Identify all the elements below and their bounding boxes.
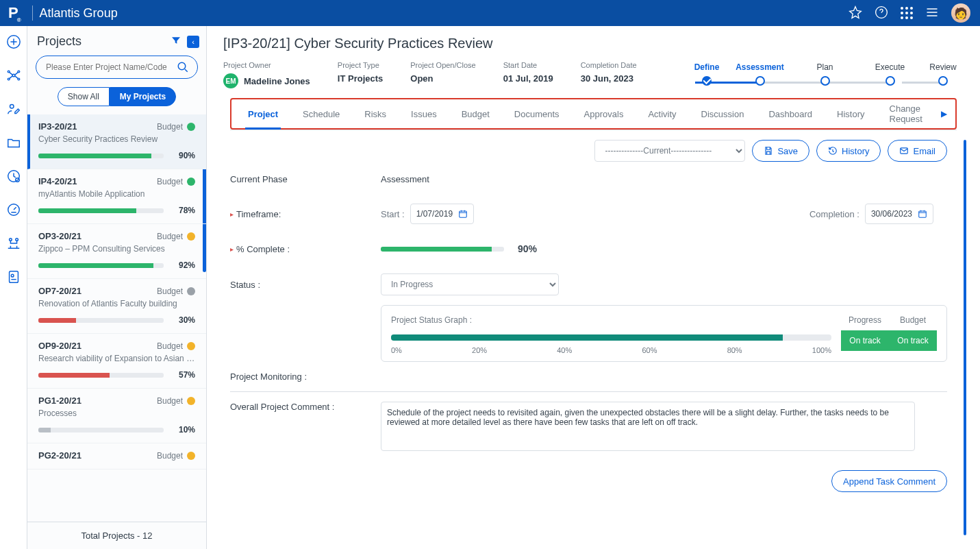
project-list-item[interactable]: OP7-20/21Budget Renovation of Atlantis F… — [27, 279, 206, 334]
tab-risks[interactable]: Risks — [352, 99, 399, 128]
star-icon[interactable] — [849, 5, 862, 21]
phase-step[interactable]: Review — [922, 62, 964, 86]
email-icon — [899, 146, 909, 156]
project-code: PG1-20/21 — [38, 395, 81, 406]
search-input[interactable] — [45, 62, 177, 73]
project-list-item[interactable]: IP4-20/21Budget myAtlantis Mobile Applic… — [27, 169, 206, 224]
sidebar: Projects ‹ Show All My Projects IP3-20/2… — [27, 26, 207, 549]
pct-complete-value: 90% — [518, 243, 537, 254]
progress-status-badge: On track — [841, 330, 889, 351]
tabs-highlight: ProjectScheduleRisksIssuesBudgetDocument… — [230, 98, 957, 130]
menu-icon[interactable] — [925, 5, 939, 21]
tabs-scroll-right-icon[interactable]: ▶ — [941, 109, 951, 119]
tab-budget[interactable]: Budget — [449, 99, 502, 128]
progress-bar — [38, 428, 164, 432]
overall-comment-textarea[interactable]: Schedule of the project needs to revisit… — [381, 402, 915, 451]
start-date-input[interactable]: 1/07/2019 — [410, 204, 474, 224]
show-all-button[interactable]: Show All — [58, 87, 110, 106]
svg-point-7 — [10, 105, 14, 109]
project-code: OP7-20/21 — [38, 286, 81, 296]
project-list-item[interactable]: OP3-20/21Budget Zippco – PPM Consulting … — [27, 224, 206, 279]
tab-activity[interactable]: Activity — [636, 99, 688, 128]
email-button[interactable]: Email — [888, 140, 947, 162]
tab-discussion[interactable]: Discussion — [689, 99, 757, 128]
status-label: Status : — [230, 280, 381, 290]
project-owner: EM Madeline Jones — [223, 73, 310, 88]
project-code: IP4-20/21 — [38, 176, 77, 186]
save-button[interactable]: Save — [752, 140, 809, 162]
budget-indicator: Budget — [157, 177, 195, 186]
budget-indicator: Budget — [157, 122, 195, 132]
version-select[interactable]: --------------Current--------------- — [594, 140, 745, 162]
progress-pct: 78% — [171, 206, 195, 215]
overall-comment-label: Overall Project Comment : — [230, 402, 381, 412]
svg-rect-18 — [919, 211, 927, 217]
progress-pct: 57% — [171, 370, 195, 380]
project-filter-toggle: Show All My Projects — [27, 87, 206, 106]
project-list-item[interactable]: IP3-20/21Budget Cyber Security Practices… — [27, 114, 206, 169]
project-list-item[interactable]: OP9-20/21Budget Research viability of Ex… — [27, 334, 206, 389]
tab-project[interactable]: Project — [236, 99, 290, 128]
project-code: PG2-20/21 — [38, 450, 81, 461]
current-phase-label: Current Phase — [230, 174, 381, 184]
project-search[interactable] — [36, 56, 198, 79]
progress-pct: 10% — [171, 425, 195, 435]
gauge-icon[interactable] — [6, 202, 21, 219]
project-code: OP3-20/21 — [38, 231, 81, 241]
tab-schedule[interactable]: Schedule — [290, 99, 352, 128]
help-icon[interactable] — [875, 5, 888, 21]
project-name: myAtlantis Mobile Application — [38, 189, 195, 199]
tab-history[interactable]: History — [825, 99, 877, 128]
svg-point-11 — [9, 239, 12, 241]
svg-rect-17 — [460, 211, 467, 217]
tab-change-request[interactable]: Change Request — [877, 99, 941, 128]
completion-date-input[interactable]: 30/06/2023 — [865, 204, 933, 224]
project-list-item[interactable]: PG2-20/21Budget — [27, 443, 206, 469]
budget-indicator: Budget — [157, 286, 195, 296]
project-list: IP3-20/21Budget Cyber Security Practices… — [27, 114, 206, 522]
tab-dashboard[interactable]: Dashboard — [756, 99, 825, 128]
collapse-sidebar-button[interactable]: ‹ — [187, 36, 199, 48]
svg-point-2 — [12, 74, 15, 77]
svg-rect-13 — [9, 271, 18, 283]
apps-icon[interactable] — [901, 7, 913, 19]
tab-approvals[interactable]: Approvals — [572, 99, 636, 128]
org-icon[interactable] — [6, 236, 21, 253]
history-button[interactable]: History — [816, 140, 881, 162]
project-name: Zippco – PPM Consulting Services — [38, 244, 195, 254]
svg-point-12 — [15, 239, 18, 241]
progress-bar — [38, 154, 164, 158]
append-task-comment-button[interactable]: Append Task Comment — [831, 470, 947, 492]
project-name: Processes — [38, 408, 195, 418]
budget-status-badge: On track — [889, 330, 937, 351]
history-icon — [828, 146, 838, 156]
project-start-date: 01 Jul, 2019 — [503, 73, 553, 84]
my-projects-button[interactable]: My Projects — [110, 87, 176, 106]
status-select[interactable]: In Progress — [381, 273, 559, 295]
project-open-close: Open — [410, 73, 475, 84]
progress-pct: 30% — [171, 315, 195, 325]
project-list-item[interactable]: PG1-20/21Budget Processes10% — [27, 389, 206, 443]
page-title: [IP3-20/21] Cyber Security Practices Rev… — [223, 36, 964, 51]
status-graph: Project Status Graph : 0%20%40%60%80%100… — [381, 305, 947, 362]
user-avatar[interactable]: 🧑 — [951, 3, 970, 23]
clock-money-icon[interactable] — [6, 169, 21, 186]
tab-issues[interactable]: Issues — [399, 99, 449, 128]
content-toolbar: --------------Current--------------- Sav… — [230, 140, 947, 162]
timeframe-label: Timeframe: — [236, 209, 281, 219]
network-icon[interactable] — [6, 68, 21, 85]
add-icon[interactable] — [6, 34, 21, 51]
search-icon — [177, 61, 189, 73]
filter-icon[interactable] — [171, 35, 181, 48]
current-phase-value: Assessment — [381, 174, 429, 184]
tab-documents[interactable]: Documents — [502, 99, 572, 128]
progress-bar — [38, 208, 164, 213]
doc-icon[interactable] — [6, 269, 21, 286]
progress-bar — [38, 318, 164, 323]
nav-rail — [0, 26, 27, 549]
main-panel: [IP3-20/21] Cyber Security Practices Rev… — [207, 26, 980, 549]
user-edit-icon[interactable] — [6, 101, 21, 119]
save-icon — [764, 146, 773, 156]
project-end-date: 30 Jun, 2023 — [581, 73, 637, 84]
folder-icon[interactable] — [6, 135, 21, 152]
